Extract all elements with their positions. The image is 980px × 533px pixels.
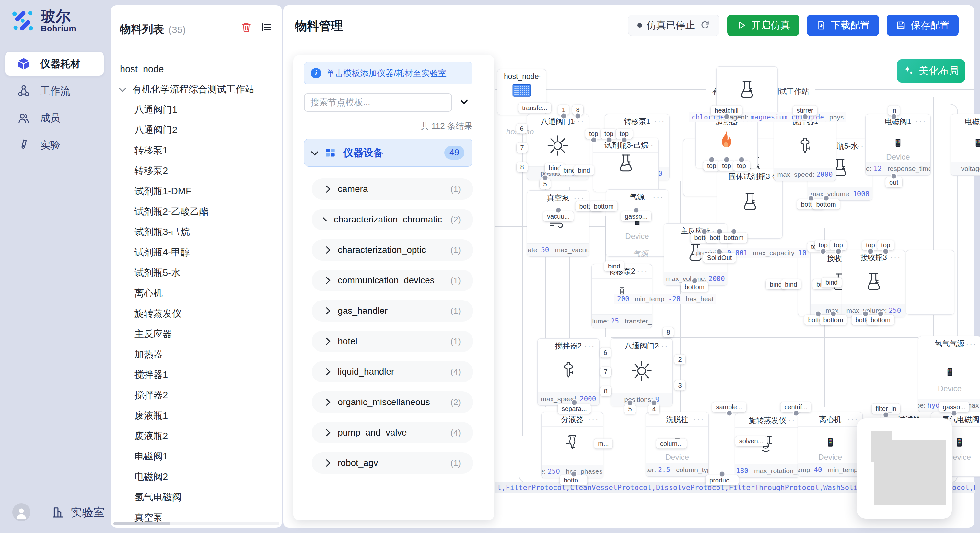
port-label[interactable]: bind [781,279,801,289]
node-menu-icon[interactable]: ··· [915,114,926,128]
port-label[interactable]: 8 [663,327,674,338]
template-item-communication_devices[interactable]: communication_devices(1) [312,270,473,291]
port-label[interactable]: SolidOut [703,253,736,263]
port-label[interactable]: centrif... [780,402,811,412]
template-item-pump_and_valve[interactable]: pump_and_valve(4) [312,422,473,443]
category-grid-icon [325,147,336,159]
node-menu-icon[interactable]: ··· [653,190,664,204]
port-label[interactable]: 1 [558,105,569,115]
port-label[interactable]: bottom [720,233,747,243]
node-menu-icon[interactable]: ··· [654,114,665,128]
template-item-characterization_optic[interactable]: characterization_optic(1) [312,239,473,261]
port-label[interactable]: top [718,161,735,171]
node-menu-icon[interactable]: ··· [657,339,668,353]
template-item-hotel[interactable]: hotel(1) [312,331,473,352]
port-label[interactable]: heatchill [711,106,742,116]
port-label[interactable]: top [733,161,750,171]
port-label[interactable]: top [830,240,847,250]
port-label[interactable]: colum... [656,439,687,449]
download-config-button[interactable]: 下载配置 [807,14,879,36]
node-氢气气源[interactable]: 氢气气源···Device_type: hydrogenmax_pre [918,336,980,412]
port-label[interactable]: bind [574,165,594,176]
port-label[interactable]: 6 [600,348,611,358]
port-label[interactable]: produc... [705,475,738,485]
port-label[interactable]: 8 [600,386,611,397]
node-menu-icon[interactable]: ··· [847,412,859,427]
refresh-icon[interactable] [700,20,710,30]
port-label[interactable]: transfe... [518,103,551,113]
template-item-count: (1) [450,458,461,468]
port-label[interactable]: vacuu... [543,211,574,222]
template-item-gas_handler[interactable]: gas_handler(1) [312,300,473,322]
port-label[interactable]: top [616,129,633,139]
port-label[interactable]: bottom [590,201,617,211]
port-label[interactable]: 7 [517,143,528,153]
node-menu-icon[interactable]: ··· [890,250,901,265]
port-label[interactable]: stirrer [793,106,817,116]
node-menu-icon[interactable]: ··· [693,412,705,427]
port-label[interactable]: bottom [812,200,840,209]
node-搅拌器2[interactable]: 搅拌器2···max_speed: 2000 [537,338,600,406]
start-simulation-button[interactable]: 开启仿真 [727,14,799,36]
node-气源[interactable]: 气源···Device [606,189,668,257]
node-真空泵[interactable]: 真空泵···pump_rate: 50max_vacuum: 0.1 [527,190,589,257]
port-label[interactable]: solven... [735,436,767,446]
node-八通阀门2[interactable]: 八通阀门2···positions: 8 [611,338,673,406]
category-instruments[interactable]: 仪器设备 49 [304,139,473,167]
port-label[interactable]: 6 [516,124,527,134]
port-label[interactable]: botto... [560,475,587,485]
port-label[interactable]: top [862,240,879,250]
port-label[interactable]: separa... [558,404,591,414]
simulation-status-badge[interactable]: 仿真已停止 [628,14,719,36]
node-menu-icon[interactable]: ··· [966,336,977,351]
port-label[interactable]: out [885,178,902,187]
port-label[interactable]: 3 [675,381,686,390]
port-label[interactable]: top [877,240,894,250]
port-label[interactable]: 7 [600,367,611,377]
port-label[interactable]: 8 [572,105,583,115]
port-label[interactable]: in [888,106,900,116]
port-label[interactable]: top [815,240,832,250]
node-menu-icon[interactable]: ··· [584,339,595,353]
node-接收瓶3[interactable]: 接收瓶3···max_volume: 250 [842,250,905,317]
search-input[interactable] [304,93,452,112]
flow-canvas[interactable]: 美化布局 i 单击模板添加仪器/耗材至实验室 共 112 条结果 仪器设备 49 [0,0,980,533]
port-label[interactable]: top [585,129,602,139]
port-label[interactable]: bottom [681,282,708,292]
template-item-camera[interactable]: camera(1) [312,178,473,200]
template-item-characterization_chromatic[interactable]: characterization_chromatic(2) [312,209,473,230]
node-menu-icon[interactable]: ··· [637,264,648,279]
template-item-robot_agv[interactable]: robot_agv(1) [312,452,473,474]
port-label[interactable]: gasso... [939,402,969,412]
port-label[interactable]: 8 [517,162,528,172]
chevron-right-icon [323,217,327,222]
port-label[interactable]: bottom [819,315,847,325]
port-label[interactable]: bind [821,278,842,287]
node-card[interactable] [906,250,955,315]
save-config-button[interactable]: 保存配置 [887,14,959,36]
port-label[interactable]: 5 [625,404,635,414]
port-label[interactable]: m... [594,439,612,449]
port-label[interactable]: bottom [867,315,894,325]
port-label[interactable]: 5 [539,179,550,189]
node-电磁阀2[interactable]: 电磁阀2···voltage: 12 [950,114,980,176]
port-label[interactable]: top [703,161,720,171]
port-label[interactable]: 4 [649,404,660,414]
port-label[interactable]: 2 [675,355,686,365]
port-label[interactable]: sample... [712,402,746,412]
port-label[interactable]: bind [604,261,624,271]
template-item-organic_miscellaneous[interactable]: organic_miscellaneous(2) [312,392,473,413]
chevron-down-icon[interactable] [459,98,469,106]
port-label[interactable]: filter_in [872,404,900,414]
node-离心机[interactable]: 离心机···Devicetemp: 40min_temp: 4 [798,412,863,477]
port-label[interactable]: top [600,129,617,139]
node-menu-icon[interactable]: ··· [972,412,980,427]
node-menu-icon[interactable]: ··· [588,412,599,427]
node-电磁阀1[interactable]: 电磁阀1···Devicevoltage: 12response_time: 0… [865,114,931,176]
node-menu-icon[interactable]: ··· [643,138,654,152]
template-item-liquid_handler[interactable]: liquid_handler(4) [312,361,473,382]
beautify-layout-button[interactable]: 美化布局 [897,59,965,82]
port-label[interactable]: gasso... [621,211,651,222]
node-搅拌器1[interactable]: 搅拌器1···max_speed: 2000 [774,114,836,181]
node-试剂瓶3-己烷[interactable]: 试剂瓶3-己烷··· [593,138,659,192]
